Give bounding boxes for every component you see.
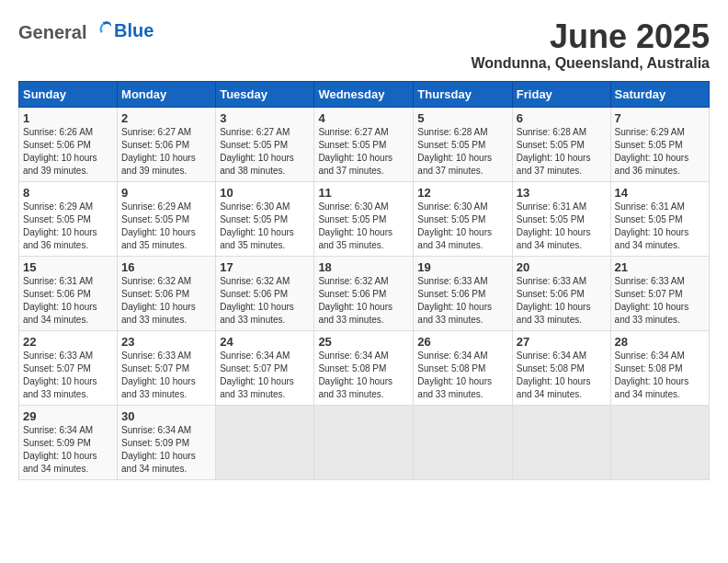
sunrise-text: Sunrise: 6:34 AM: [615, 350, 685, 361]
daylight-text: Daylight: 10 hours and 36 minutes.: [615, 153, 689, 176]
sunrise-text: Sunrise: 6:33 AM: [517, 276, 586, 286]
sunset-text: Sunset: 5:06 PM: [121, 289, 189, 299]
daylight-text: Daylight: 10 hours and 34 minutes.: [23, 302, 97, 325]
day-info: Sunrise: 6:29 AMSunset: 5:05 PMDaylight:…: [23, 201, 113, 252]
table-row: 28Sunrise: 6:34 AMSunset: 5:08 PMDayligh…: [610, 330, 709, 405]
daylight-text: Daylight: 10 hours and 37 minutes.: [517, 153, 591, 176]
day-info: Sunrise: 6:34 AMSunset: 5:08 PMDaylight:…: [318, 350, 409, 401]
sunrise-text: Sunrise: 6:26 AM: [23, 127, 93, 137]
daylight-text: Daylight: 10 hours and 34 minutes.: [417, 227, 492, 250]
daylight-text: Daylight: 10 hours and 37 minutes.: [417, 153, 492, 176]
sunset-text: Sunset: 5:07 PM: [121, 363, 189, 373]
day-info: Sunrise: 6:31 AMSunset: 5:05 PMDaylight:…: [517, 201, 607, 252]
day-number: 3: [220, 111, 310, 125]
day-info: Sunrise: 6:30 AMSunset: 5:05 PMDaylight:…: [318, 201, 409, 252]
daylight-text: Daylight: 10 hours and 35 minutes.: [318, 227, 392, 250]
daylight-text: Daylight: 10 hours and 37 minutes.: [318, 153, 392, 176]
table-row: 17Sunrise: 6:32 AMSunset: 5:06 PMDayligh…: [216, 256, 314, 330]
daylight-text: Daylight: 10 hours and 34 minutes.: [121, 451, 196, 474]
day-number: 18: [318, 260, 409, 274]
daylight-text: Daylight: 10 hours and 34 minutes.: [615, 227, 689, 250]
day-info: Sunrise: 6:31 AMSunset: 5:06 PMDaylight:…: [23, 275, 113, 327]
logo-blue: Blue: [114, 20, 154, 40]
table-row: 24Sunrise: 6:34 AMSunset: 5:07 PMDayligh…: [216, 330, 314, 405]
sunrise-text: Sunrise: 6:27 AM: [220, 127, 290, 137]
day-number: 29: [23, 409, 113, 423]
calendar-header-row: Sunday Monday Tuesday Wednesday Thursday…: [19, 81, 710, 107]
logo-bird-icon: [94, 18, 114, 39]
day-info: Sunrise: 6:29 AMSunset: 5:05 PMDaylight:…: [121, 201, 211, 252]
sunset-text: Sunset: 5:07 PM: [615, 289, 683, 299]
table-row: 9Sunrise: 6:29 AMSunset: 5:05 PMDaylight…: [118, 181, 216, 256]
daylight-text: Daylight: 10 hours and 33 minutes.: [23, 376, 97, 399]
sunset-text: Sunset: 5:08 PM: [417, 363, 485, 373]
day-info: Sunrise: 6:29 AMSunset: 5:05 PMDaylight:…: [615, 126, 705, 178]
daylight-text: Daylight: 10 hours and 39 minutes.: [121, 153, 196, 176]
table-row: [314, 405, 414, 479]
sunset-text: Sunset: 5:06 PM: [220, 289, 288, 299]
sunset-text: Sunset: 5:08 PM: [517, 363, 585, 373]
sunset-text: Sunset: 5:05 PM: [517, 140, 585, 150]
sunrise-text: Sunrise: 6:34 AM: [318, 350, 388, 361]
table-row: 30Sunrise: 6:34 AMSunset: 5:09 PMDayligh…: [118, 405, 216, 479]
day-number: 13: [517, 186, 607, 200]
month-title: June 2025: [471, 18, 710, 55]
day-number: 16: [121, 260, 211, 274]
day-info: Sunrise: 6:30 AMSunset: 5:05 PMDaylight:…: [220, 201, 310, 252]
day-info: Sunrise: 6:26 AMSunset: 5:06 PMDaylight:…: [23, 126, 113, 178]
day-number: 25: [318, 335, 409, 349]
table-row: 23Sunrise: 6:33 AMSunset: 5:07 PMDayligh…: [118, 330, 216, 405]
day-info: Sunrise: 6:32 AMSunset: 5:06 PMDaylight:…: [220, 275, 310, 327]
col-sunday: Sunday: [19, 81, 118, 107]
day-number: 20: [517, 260, 607, 274]
day-info: Sunrise: 6:27 AMSunset: 5:05 PMDaylight:…: [220, 126, 310, 178]
col-monday: Monday: [118, 81, 216, 107]
sunrise-text: Sunrise: 6:27 AM: [318, 127, 388, 137]
day-number: 17: [220, 260, 310, 274]
day-number: 6: [517, 111, 607, 125]
table-row: 15Sunrise: 6:31 AMSunset: 5:06 PMDayligh…: [19, 256, 118, 330]
sunset-text: Sunset: 5:05 PM: [517, 214, 585, 224]
day-number: 23: [121, 335, 211, 349]
table-row: 13Sunrise: 6:31 AMSunset: 5:05 PMDayligh…: [512, 181, 610, 256]
day-info: Sunrise: 6:30 AMSunset: 5:05 PMDaylight:…: [417, 201, 507, 252]
daylight-text: Daylight: 10 hours and 35 minutes.: [220, 227, 294, 250]
table-row: 16Sunrise: 6:32 AMSunset: 5:06 PMDayligh…: [118, 256, 216, 330]
daylight-text: Daylight: 10 hours and 33 minutes.: [417, 376, 492, 399]
sunset-text: Sunset: 5:05 PM: [318, 214, 386, 224]
day-info: Sunrise: 6:33 AMSunset: 5:06 PMDaylight:…: [417, 275, 507, 327]
sunrise-text: Sunrise: 6:33 AM: [121, 350, 191, 361]
daylight-text: Daylight: 10 hours and 33 minutes.: [517, 302, 591, 325]
col-saturday: Saturday: [610, 81, 709, 107]
table-row: 1Sunrise: 6:26 AMSunset: 5:06 PMDaylight…: [19, 107, 118, 181]
day-number: 11: [318, 186, 409, 200]
sunrise-text: Sunrise: 6:32 AM: [121, 276, 191, 286]
sunrise-text: Sunrise: 6:29 AM: [121, 201, 191, 212]
sunrise-text: Sunrise: 6:33 AM: [417, 276, 487, 286]
day-number: 24: [220, 335, 310, 349]
day-info: Sunrise: 6:34 AMSunset: 5:07 PMDaylight:…: [220, 350, 310, 401]
daylight-text: Daylight: 10 hours and 33 minutes.: [121, 376, 196, 399]
table-row: 11Sunrise: 6:30 AMSunset: 5:05 PMDayligh…: [314, 181, 414, 256]
sunset-text: Sunset: 5:05 PM: [318, 140, 386, 150]
daylight-text: Daylight: 10 hours and 35 minutes.: [121, 227, 196, 250]
sunrise-text: Sunrise: 6:34 AM: [220, 350, 290, 361]
col-friday: Friday: [512, 81, 610, 107]
table-row: 26Sunrise: 6:34 AMSunset: 5:08 PMDayligh…: [414, 330, 512, 405]
daylight-text: Daylight: 10 hours and 33 minutes.: [220, 302, 294, 325]
sunset-text: Sunset: 5:05 PM: [220, 140, 288, 150]
table-row: 12Sunrise: 6:30 AMSunset: 5:05 PMDayligh…: [414, 181, 512, 256]
sunrise-text: Sunrise: 6:34 AM: [23, 425, 93, 435]
logo-general: General: [18, 22, 86, 42]
table-row: 21Sunrise: 6:33 AMSunset: 5:07 PMDayligh…: [610, 256, 709, 330]
table-row: 8Sunrise: 6:29 AMSunset: 5:05 PMDaylight…: [19, 181, 118, 256]
sunset-text: Sunset: 5:08 PM: [615, 363, 683, 373]
day-info: Sunrise: 6:32 AMSunset: 5:06 PMDaylight:…: [318, 275, 409, 327]
day-number: 12: [417, 186, 507, 200]
sunset-text: Sunset: 5:09 PM: [23, 438, 91, 448]
day-info: Sunrise: 6:33 AMSunset: 5:06 PMDaylight:…: [517, 275, 607, 327]
sunset-text: Sunset: 5:05 PM: [417, 214, 485, 224]
sunrise-text: Sunrise: 6:28 AM: [417, 127, 487, 137]
calendar-week-row: 22Sunrise: 6:33 AMSunset: 5:07 PMDayligh…: [19, 330, 710, 405]
sunrise-text: Sunrise: 6:31 AM: [615, 201, 685, 212]
